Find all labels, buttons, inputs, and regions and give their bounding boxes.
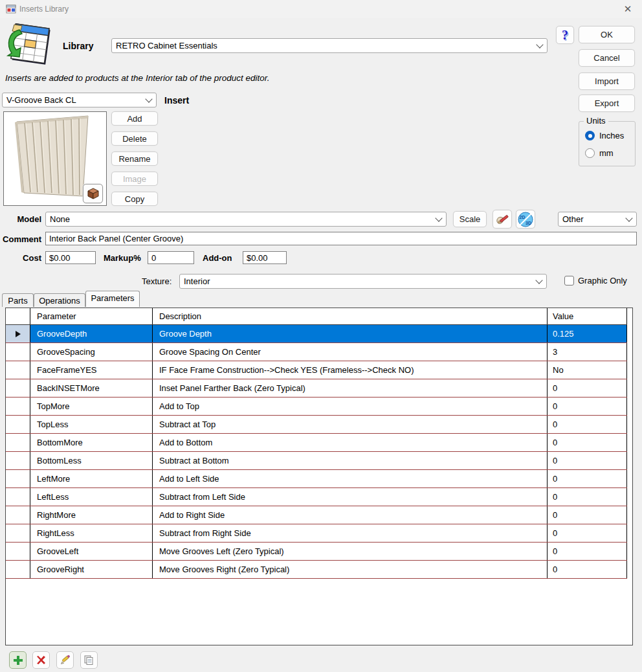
copy-parameter-button[interactable] (80, 651, 98, 669)
table-row[interactable]: GrooveSpacingGroove Spacing On Center3 (6, 343, 627, 361)
cell-parameter[interactable]: GrooveRight (30, 561, 153, 578)
other-select[interactable]: Other (558, 212, 637, 227)
row-selector-cell[interactable] (6, 452, 30, 469)
tab-parameters[interactable]: Parameters (85, 291, 140, 307)
table-row[interactable]: GrooveRightMove Grooves Right (Zero Typi… (6, 561, 627, 579)
cell-description[interactable]: Groove Spacing On Center (153, 343, 548, 361)
texture-select[interactable]: Interior (179, 274, 547, 289)
copy-button[interactable]: Copy (111, 192, 158, 206)
cell-description[interactable]: IF Face Frame Construction-->Check YES (… (153, 361, 548, 379)
close-icon[interactable]: ✕ (621, 3, 634, 16)
graphic-only-checkbox[interactable]: Graphic Only (564, 276, 627, 286)
cell-parameter[interactable]: LeftLess (30, 488, 153, 506)
add-button[interactable]: Add (111, 111, 158, 126)
row-selector-cell[interactable] (6, 561, 30, 578)
cell-description[interactable]: Subtract at Top (153, 416, 548, 433)
cell-parameter[interactable]: TopMore (30, 398, 153, 415)
table-row[interactable]: GrooveDepthGroove Depth0.125 (6, 325, 627, 343)
cell-parameter[interactable]: BottomLess (30, 452, 153, 469)
markup-input[interactable]: 0 (148, 251, 194, 264)
cell-value[interactable]: 0 (548, 416, 627, 433)
table-row[interactable]: FaceFrameYESIF Face Frame Construction--… (6, 361, 627, 379)
rename-button[interactable]: Rename (111, 151, 158, 166)
cell-value[interactable]: 0 (548, 543, 627, 560)
cell-description[interactable]: Move Grooves Right (Zero Typical) (153, 561, 548, 578)
column-header-value[interactable]: Value (548, 308, 627, 324)
scale-button[interactable]: Scale (453, 211, 487, 227)
cell-value[interactable]: 0 (548, 398, 627, 415)
cell-parameter[interactable]: GrooveSpacing (30, 343, 153, 361)
cell-description[interactable]: Subtract at Bottom (153, 452, 548, 469)
units-radio-inches[interactable]: Inches (585, 131, 624, 140)
cell-value[interactable]: 0.125 (548, 325, 627, 342)
units-radio-mm[interactable]: mm (585, 148, 614, 158)
row-selector-cell[interactable] (6, 506, 30, 524)
cell-value[interactable]: 0 (548, 452, 627, 469)
table-row[interactable]: BottomLessSubtract at Bottom0 (6, 452, 627, 470)
cell-value[interactable]: 0 (548, 470, 627, 487)
cell-value[interactable]: 0 (548, 506, 627, 524)
ok-button[interactable]: OK (579, 26, 635, 43)
table-row[interactable]: TopLessSubtract at Top0 (6, 416, 627, 434)
cell-description[interactable]: Groove Depth (153, 325, 548, 342)
cost-input[interactable]: $0.00 (45, 251, 96, 264)
import-button[interactable]: Import (579, 73, 635, 90)
row-selector-cell[interactable] (6, 543, 30, 560)
table-row[interactable]: BottomMoreAdd to Bottom0 (6, 434, 627, 452)
cell-value[interactable]: 0 (548, 379, 627, 397)
cell-parameter[interactable]: RightLess (30, 524, 153, 542)
delete-button[interactable]: Delete (111, 131, 158, 146)
model-select[interactable]: None (45, 212, 447, 227)
column-header-parameter[interactable]: Parameter (30, 308, 153, 324)
cell-parameter[interactable]: BottomMore (30, 434, 153, 451)
cell-description[interactable]: Add to Top (153, 398, 548, 415)
column-header-description[interactable]: Description (153, 308, 548, 324)
cell-value[interactable]: 0 (548, 561, 627, 578)
cell-parameter[interactable]: TopLess (30, 416, 153, 433)
delete-parameter-button[interactable] (32, 651, 50, 669)
table-row[interactable]: BackINSETMoreInset Panel Farther Back (Z… (6, 379, 627, 398)
row-selector-cell[interactable] (6, 343, 30, 361)
tab-parts[interactable]: Parts (2, 293, 34, 307)
cell-value[interactable]: No (548, 361, 627, 379)
cell-parameter[interactable]: RightMore (30, 506, 153, 524)
cell-description[interactable]: Move Grooves Left (Zero Typical) (153, 543, 548, 560)
cell-parameter[interactable]: BackINSETMore (30, 379, 153, 397)
row-selector-cell[interactable] (6, 524, 30, 542)
edit-model-button[interactable] (493, 210, 512, 229)
row-selector-cell[interactable] (6, 398, 30, 415)
edit-parameter-button[interactable] (56, 651, 74, 669)
cancel-button[interactable]: Cancel (579, 49, 635, 67)
table-row[interactable]: RightMoreAdd to Right Side0 (6, 506, 627, 524)
table-row[interactable]: GrooveLeftMove Grooves Left (Zero Typica… (6, 543, 627, 561)
cell-value[interactable]: 0 (548, 524, 627, 542)
row-selector-cell[interactable] (6, 470, 30, 487)
row-selector-cell[interactable] (6, 488, 30, 506)
cell-description[interactable]: Add to Left Side (153, 470, 548, 487)
row-selector-cell[interactable] (6, 434, 30, 451)
table-row[interactable]: TopMoreAdd to Top0 (6, 398, 627, 416)
cell-parameter[interactable]: GrooveLeft (30, 543, 153, 560)
addon-input[interactable]: $0.00 (243, 251, 287, 264)
cell-value[interactable]: 3 (548, 343, 627, 361)
cell-value[interactable]: 0 (548, 434, 627, 451)
cell-description[interactable]: Subtract from Right Side (153, 524, 548, 542)
dimension-toggle-button[interactable]: 2D 3D (516, 210, 535, 229)
row-selector-cell[interactable] (6, 325, 30, 342)
cell-description[interactable]: Subtract from Left Side (153, 488, 548, 506)
add-parameter-button[interactable] (9, 651, 27, 669)
view-3d-button[interactable] (83, 184, 103, 203)
cell-parameter[interactable]: LeftMore (30, 470, 153, 487)
row-selector-cell[interactable] (6, 416, 30, 433)
table-row[interactable]: RightLessSubtract from Right Side0 (6, 524, 627, 543)
cell-description[interactable]: Inset Panel Farther Back (Zero Typical) (153, 379, 548, 397)
tab-operations[interactable]: Operations (34, 293, 85, 307)
table-row[interactable]: LeftLessSubtract from Left Side0 (6, 488, 627, 506)
row-selector-cell[interactable] (6, 361, 30, 379)
cell-parameter[interactable]: FaceFrameYES (30, 361, 153, 379)
library-select[interactable]: RETRO Cabinet Essentials (111, 38, 548, 53)
insert-select[interactable]: V-Groove Back CL (2, 93, 157, 107)
comment-input[interactable]: Interior Back Panel (Center Groove) (45, 232, 637, 245)
cell-description[interactable]: Add to Right Side (153, 506, 548, 524)
export-button[interactable]: Export (579, 95, 635, 112)
